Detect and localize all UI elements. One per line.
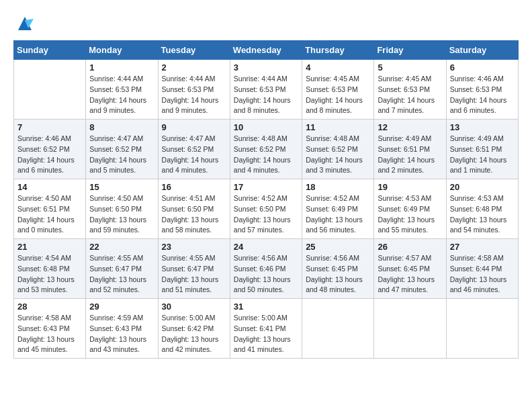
- day-cell: [14, 60, 86, 120]
- day-info: Sunrise: 4:52 AM Sunset: 6:50 PM Dayligh…: [234, 193, 298, 236]
- day-number: 8: [89, 122, 154, 132]
- day-info: Sunrise: 4:44 AM Sunset: 6:53 PM Dayligh…: [162, 74, 226, 116]
- day-number: 31: [234, 302, 298, 312]
- day-cell: 7Sunrise: 4:46 AM Sunset: 6:52 PM Daylig…: [14, 120, 86, 179]
- day-cell: 20Sunrise: 4:53 AM Sunset: 6:48 PM Dayli…: [446, 179, 518, 239]
- day-cell: 11Sunrise: 4:48 AM Sunset: 6:52 PM Dayli…: [302, 120, 374, 179]
- day-number: 27: [450, 242, 515, 252]
- week-row-2: 7Sunrise: 4:46 AM Sunset: 6:52 PM Daylig…: [14, 120, 519, 179]
- logo: [13, 13, 35, 34]
- day-cell: 22Sunrise: 4:55 AM Sunset: 6:47 PM Dayli…: [86, 239, 158, 299]
- day-cell: 31Sunrise: 5:00 AM Sunset: 6:41 PM Dayli…: [230, 299, 302, 359]
- day-info: Sunrise: 4:53 AM Sunset: 6:49 PM Dayligh…: [378, 193, 442, 236]
- day-cell: 28Sunrise: 4:58 AM Sunset: 6:43 PM Dayli…: [14, 299, 86, 359]
- weekday-header-thursday: Thursday: [302, 41, 374, 60]
- day-cell: 24Sunrise: 4:56 AM Sunset: 6:46 PM Dayli…: [230, 239, 302, 299]
- week-row-3: 14Sunrise: 4:50 AM Sunset: 6:51 PM Dayli…: [14, 179, 519, 239]
- day-number: 26: [378, 242, 442, 252]
- day-info: Sunrise: 4:44 AM Sunset: 6:53 PM Dayligh…: [234, 74, 298, 116]
- day-info: Sunrise: 4:54 AM Sunset: 6:48 PM Dayligh…: [17, 253, 82, 295]
- day-number: 4: [306, 62, 370, 73]
- day-cell: [446, 299, 518, 359]
- day-number: 29: [89, 302, 154, 312]
- day-cell: 26Sunrise: 4:57 AM Sunset: 6:45 PM Dayli…: [374, 239, 446, 299]
- day-cell: 15Sunrise: 4:50 AM Sunset: 6:50 PM Dayli…: [86, 179, 158, 239]
- day-info: Sunrise: 4:58 AM Sunset: 6:44 PM Dayligh…: [450, 253, 515, 295]
- day-cell: 23Sunrise: 4:55 AM Sunset: 6:47 PM Dayli…: [158, 239, 230, 299]
- day-cell: 21Sunrise: 4:54 AM Sunset: 6:48 PM Dayli…: [14, 239, 86, 299]
- day-number: 28: [17, 302, 82, 312]
- day-number: 21: [17, 242, 82, 252]
- weekday-header-row: SundayMondayTuesdayWednesdayThursdayFrid…: [14, 41, 519, 60]
- day-cell: 10Sunrise: 4:48 AM Sunset: 6:52 PM Dayli…: [230, 120, 302, 179]
- day-cell: 29Sunrise: 4:59 AM Sunset: 6:43 PM Dayli…: [86, 299, 158, 359]
- weekday-header-tuesday: Tuesday: [158, 41, 230, 60]
- day-number: 17: [234, 182, 298, 192]
- day-number: 15: [89, 182, 154, 192]
- day-cell: 25Sunrise: 4:56 AM Sunset: 6:45 PM Dayli…: [302, 239, 374, 299]
- day-info: Sunrise: 4:56 AM Sunset: 6:46 PM Dayligh…: [234, 253, 298, 295]
- day-number: 24: [234, 242, 298, 252]
- day-number: 9: [162, 122, 226, 132]
- day-info: Sunrise: 4:45 AM Sunset: 6:53 PM Dayligh…: [306, 74, 370, 116]
- day-number: 10: [234, 122, 298, 132]
- day-info: Sunrise: 4:46 AM Sunset: 6:53 PM Dayligh…: [450, 74, 515, 116]
- calendar-table: SundayMondayTuesdayWednesdayThursdayFrid…: [13, 40, 519, 359]
- weekday-header-sunday: Sunday: [14, 41, 86, 60]
- day-cell: 12Sunrise: 4:49 AM Sunset: 6:51 PM Dayli…: [374, 120, 446, 179]
- day-cell: [374, 299, 446, 359]
- day-number: 19: [378, 182, 442, 192]
- weekday-header-wednesday: Wednesday: [230, 41, 302, 60]
- week-row-5: 28Sunrise: 4:58 AM Sunset: 6:43 PM Dayli…: [14, 299, 519, 359]
- day-cell: 30Sunrise: 5:00 AM Sunset: 6:42 PM Dayli…: [158, 299, 230, 359]
- day-number: 11: [306, 122, 370, 132]
- day-cell: 1Sunrise: 4:44 AM Sunset: 6:53 PM Daylig…: [86, 60, 158, 120]
- day-info: Sunrise: 4:48 AM Sunset: 6:52 PM Dayligh…: [234, 134, 298, 176]
- day-number: 6: [450, 62, 515, 73]
- header: [13, 13, 519, 34]
- day-number: 25: [306, 242, 370, 252]
- day-info: Sunrise: 4:50 AM Sunset: 6:50 PM Dayligh…: [89, 193, 154, 236]
- day-info: Sunrise: 4:50 AM Sunset: 6:51 PM Dayligh…: [17, 193, 82, 236]
- day-number: 22: [89, 242, 154, 252]
- weekday-header-monday: Monday: [86, 41, 158, 60]
- day-cell: 3Sunrise: 4:44 AM Sunset: 6:53 PM Daylig…: [230, 60, 302, 120]
- day-info: Sunrise: 4:45 AM Sunset: 6:53 PM Dayligh…: [378, 74, 442, 116]
- day-number: 30: [162, 302, 226, 312]
- day-number: 5: [378, 62, 442, 73]
- day-info: Sunrise: 4:58 AM Sunset: 6:43 PM Dayligh…: [17, 313, 82, 355]
- day-number: 7: [17, 122, 82, 132]
- day-info: Sunrise: 4:55 AM Sunset: 6:47 PM Dayligh…: [162, 253, 226, 295]
- day-number: 13: [450, 122, 515, 132]
- day-cell: 4Sunrise: 4:45 AM Sunset: 6:53 PM Daylig…: [302, 60, 374, 120]
- day-info: Sunrise: 4:47 AM Sunset: 6:52 PM Dayligh…: [89, 134, 154, 176]
- day-cell: 6Sunrise: 4:46 AM Sunset: 6:53 PM Daylig…: [446, 60, 518, 120]
- day-number: 18: [306, 182, 370, 192]
- day-number: 3: [234, 62, 298, 73]
- day-cell: 27Sunrise: 4:58 AM Sunset: 6:44 PM Dayli…: [446, 239, 518, 299]
- page: SundayMondayTuesdayWednesdayThursdayFrid…: [0, 0, 532, 372]
- week-row-4: 21Sunrise: 4:54 AM Sunset: 6:48 PM Dayli…: [14, 239, 519, 299]
- day-cell: 2Sunrise: 4:44 AM Sunset: 6:53 PM Daylig…: [158, 60, 230, 120]
- day-info: Sunrise: 4:47 AM Sunset: 6:52 PM Dayligh…: [162, 134, 226, 176]
- day-info: Sunrise: 4:48 AM Sunset: 6:52 PM Dayligh…: [306, 134, 370, 176]
- day-number: 1: [89, 62, 154, 73]
- day-cell: 14Sunrise: 4:50 AM Sunset: 6:51 PM Dayli…: [14, 179, 86, 239]
- day-info: Sunrise: 4:49 AM Sunset: 6:51 PM Dayligh…: [450, 134, 515, 176]
- day-info: Sunrise: 4:59 AM Sunset: 6:43 PM Dayligh…: [89, 313, 154, 355]
- day-info: Sunrise: 4:46 AM Sunset: 6:52 PM Dayligh…: [17, 134, 82, 176]
- day-cell: 9Sunrise: 4:47 AM Sunset: 6:52 PM Daylig…: [158, 120, 230, 179]
- day-cell: 8Sunrise: 4:47 AM Sunset: 6:52 PM Daylig…: [86, 120, 158, 179]
- day-cell: 5Sunrise: 4:45 AM Sunset: 6:53 PM Daylig…: [374, 60, 446, 120]
- day-info: Sunrise: 5:00 AM Sunset: 6:42 PM Dayligh…: [162, 313, 226, 355]
- day-info: Sunrise: 4:52 AM Sunset: 6:49 PM Dayligh…: [306, 193, 370, 236]
- day-info: Sunrise: 5:00 AM Sunset: 6:41 PM Dayligh…: [234, 313, 298, 355]
- day-number: 20: [450, 182, 515, 192]
- weekday-header-friday: Friday: [374, 41, 446, 60]
- day-number: 14: [17, 182, 82, 192]
- day-info: Sunrise: 4:44 AM Sunset: 6:53 PM Dayligh…: [89, 74, 154, 116]
- week-row-1: 1Sunrise: 4:44 AM Sunset: 6:53 PM Daylig…: [14, 60, 519, 120]
- day-info: Sunrise: 4:49 AM Sunset: 6:51 PM Dayligh…: [378, 134, 442, 176]
- day-info: Sunrise: 4:56 AM Sunset: 6:45 PM Dayligh…: [306, 253, 370, 295]
- day-info: Sunrise: 4:53 AM Sunset: 6:48 PM Dayligh…: [450, 193, 515, 236]
